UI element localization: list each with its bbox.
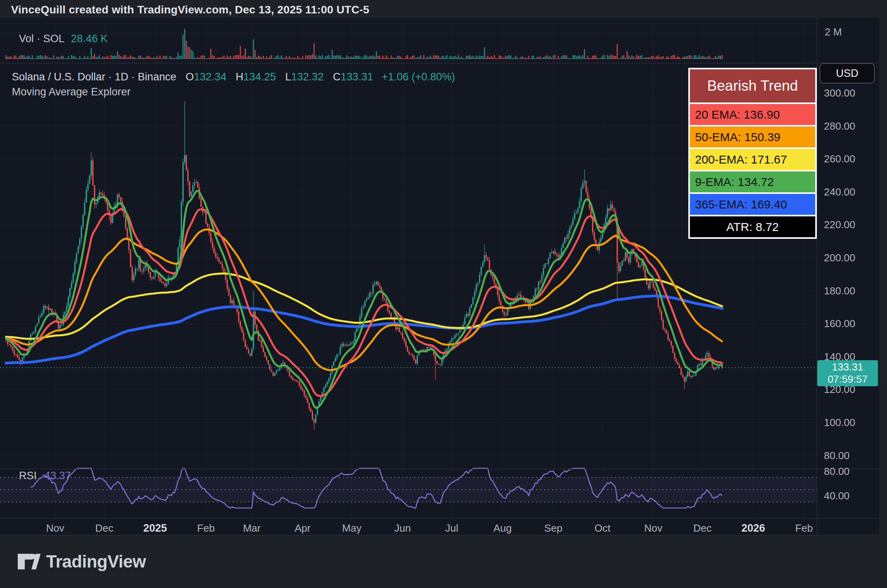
- trend-row: 200-EMA: 171.67: [690, 149, 815, 170]
- trend-row: 50-EMA: 150.39: [690, 127, 815, 147]
- price-axis-label: 220.00: [824, 219, 855, 231]
- price-axis-label: 240.00: [824, 186, 855, 198]
- rsi-axis-label: 80.00: [824, 465, 850, 477]
- time-axis-label: Nov: [32, 522, 79, 534]
- time-axis-label: May: [328, 522, 375, 534]
- open-value: 132.34: [194, 71, 227, 83]
- currency-button[interactable]: USD: [820, 63, 875, 84]
- rsi-label: RSI: [19, 470, 37, 482]
- countdown-timer: 07:59:57: [817, 373, 878, 385]
- high-value: 134.25: [243, 71, 276, 83]
- tradingview-logo-icon: [18, 553, 41, 570]
- rsi-axis-label: 40.00: [824, 490, 850, 502]
- volume-legend: Vol · SOL 28.46 K: [19, 33, 108, 45]
- price-axis-label: 100.00: [824, 417, 855, 428]
- time-axis-label: Aug: [479, 522, 526, 534]
- trend-info-panel: Bearish Trend 20 EMA: 136.9050-EMA: 150.…: [688, 68, 817, 239]
- rsi-value: 43.37: [45, 470, 71, 482]
- price-axis-label: 200.00: [824, 252, 855, 264]
- time-axis-label: Dec: [679, 522, 726, 534]
- close-label: C: [333, 71, 341, 83]
- open-label: O: [186, 71, 194, 83]
- time-axis-label: Oct: [579, 522, 626, 534]
- symbol-ohlc-row: Solana / U.S. Dollar · 1D · Binance O132…: [12, 71, 455, 83]
- price-axis-label: 180.00: [824, 285, 855, 297]
- time-axis-label: 2025: [132, 522, 179, 534]
- close-value: 133.31: [341, 71, 373, 83]
- last-price-value: 133.31: [817, 361, 878, 373]
- trend-row: ATR: 8.72: [690, 216, 815, 237]
- time-axis-label: Feb: [781, 522, 828, 534]
- trend-row: 20 EMA: 136.90: [690, 104, 815, 125]
- time-axis-label: Jun: [379, 522, 426, 534]
- time-axis-label: Dec: [81, 522, 128, 534]
- volume-legend-value: 28.46 K: [71, 33, 108, 45]
- time-axis-label: Nov: [630, 522, 677, 534]
- trend-rows: 20 EMA: 136.9050-EMA: 150.39200-EMA: 171…: [690, 104, 815, 237]
- time-axis-label: Feb: [182, 522, 229, 534]
- trend-title: Bearish Trend: [690, 69, 815, 102]
- tradingview-logo[interactable]: TradingView: [18, 552, 146, 571]
- price-axis-label: 280.00: [824, 120, 855, 132]
- last-price-badge: 133.31 07:59:57: [817, 360, 878, 386]
- trend-row: 365-EMA: 169.40: [690, 194, 815, 215]
- time-axis-label: Mar: [228, 522, 276, 534]
- time-axis-label: Jul: [428, 522, 475, 534]
- time-axis-label: Sep: [530, 522, 577, 534]
- change-value: +1.06 (+0.80%): [382, 71, 455, 83]
- trend-row: 9-EMA: 134.72: [690, 171, 815, 192]
- price-axis-label: 80.00: [824, 450, 850, 461]
- indicator-label: Moving Average Explorer: [12, 86, 130, 98]
- volume-scale-label: 2 M: [825, 26, 842, 38]
- price-axis-label: 260.00: [824, 153, 855, 165]
- low-label: L: [285, 71, 291, 83]
- tradingview-chart-page: VinceQuill created with TradingView.com,…: [0, 0, 887, 588]
- symbol-name: Solana / U.S. Dollar · 1D · Binance: [12, 71, 176, 83]
- high-label: H: [236, 71, 244, 83]
- time-axis-label: 2026: [730, 522, 777, 534]
- price-axis-label: 160.00: [824, 318, 855, 329]
- price-axis-label: 300.00: [824, 87, 855, 99]
- time-axis-label: Apr: [279, 522, 326, 534]
- volume-legend-label: Vol · SOL: [19, 33, 64, 45]
- low-value: 132.32: [291, 71, 324, 83]
- page-title: VinceQuill created with TradingView.com,…: [11, 4, 369, 16]
- rsi-legend: RSI 43.37: [19, 470, 71, 482]
- tradingview-logo-text: TradingView: [46, 552, 146, 571]
- right-gutter: [879, 18, 887, 535]
